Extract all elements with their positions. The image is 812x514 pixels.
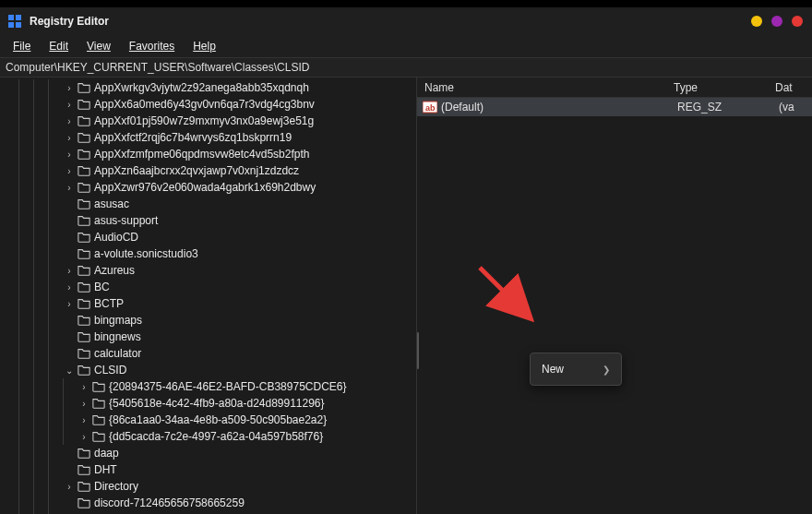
tree-row[interactable]: ›AppXzwr976v2e060wada4gabrk1x69h2dbwy bbox=[0, 179, 416, 196]
tree-row[interactable]: ›{86ca1aa0-34aa-4e8b-a509-50c905bae2a2} bbox=[0, 412, 416, 428]
address-bar[interactable]: Computer\HKEY_CURRENT_USER\Software\Clas… bbox=[0, 57, 812, 78]
column-header-type[interactable]: Type bbox=[674, 81, 775, 94]
tree-row[interactable]: ›{dd5cacda-7c2e-4997-a62a-04a597b58f76} bbox=[0, 428, 416, 445]
expand-toggle-icon[interactable]: › bbox=[63, 116, 76, 126]
values-body[interactable]: ab (Default) REG_SZ (va New ❯ bbox=[417, 98, 812, 514]
window-title: Registry Editor bbox=[30, 15, 109, 28]
expand-toggle-icon[interactable]: • bbox=[63, 199, 76, 209]
tree-row-label: BC bbox=[94, 281, 110, 293]
tree-row[interactable]: •bingmaps bbox=[0, 312, 416, 329]
tree-row-label: asusac bbox=[94, 197, 129, 210]
menu-help[interactable]: Help bbox=[185, 38, 223, 54]
tree-row[interactable]: •bingnews bbox=[0, 329, 416, 345]
expand-toggle-icon[interactable]: • bbox=[63, 448, 76, 459]
address-bar-text: Computer\HKEY_CURRENT_USER\Software\Clas… bbox=[6, 61, 309, 74]
expand-toggle-icon[interactable]: • bbox=[63, 465, 76, 475]
tree-row[interactable]: •calculator bbox=[0, 345, 416, 362]
window-titlebar: Registry Editor bbox=[0, 7, 812, 35]
tree-row[interactable]: •a-volute.sonicstudio3 bbox=[0, 245, 416, 262]
window-close-icon[interactable] bbox=[792, 16, 803, 27]
tree-row-label: discord-712465656758665259 bbox=[94, 496, 245, 509]
expand-toggle-icon[interactable]: › bbox=[78, 415, 90, 425]
tree-row[interactable]: ›AppXxfzmfpme06qpdmsvw8etc4vd5sb2fpth bbox=[0, 146, 416, 162]
window-maximize-icon[interactable] bbox=[771, 16, 782, 27]
tree-row[interactable]: •asusac bbox=[0, 196, 416, 212]
tree-row-label: a-volute.sonicstudio3 bbox=[94, 247, 198, 260]
tree-row[interactable]: ›BCTP bbox=[0, 295, 416, 312]
tree-row[interactable]: •DHT bbox=[0, 461, 416, 478]
folder-icon bbox=[78, 496, 90, 509]
expand-toggle-icon[interactable]: • bbox=[63, 233, 76, 243]
folder-icon bbox=[92, 397, 105, 410]
context-menu-item-label: New bbox=[542, 363, 564, 376]
tree-row[interactable]: •discord-712465656758665259 bbox=[0, 495, 416, 511]
folder-icon bbox=[92, 380, 105, 393]
folder-icon bbox=[78, 264, 90, 277]
tree-row[interactable]: ›AppXwrkgv3vjytw2z92anega8abb35xqdnqh bbox=[0, 79, 416, 96]
expand-toggle-icon[interactable]: › bbox=[63, 100, 76, 110]
expand-toggle-icon[interactable]: › bbox=[78, 382, 90, 392]
context-menu-item-new[interactable]: New ❯ bbox=[531, 359, 621, 379]
tree-row-label: Azureus bbox=[94, 264, 135, 277]
expand-toggle-icon[interactable]: › bbox=[63, 282, 76, 293]
expand-toggle-icon[interactable]: • bbox=[63, 216, 76, 226]
tree-row[interactable]: ›AppXxf01pj590w7z9mxmyv3nx0a9ewj3e51g bbox=[0, 113, 416, 129]
tree-row[interactable]: ›Azureus bbox=[0, 262, 416, 279]
expand-toggle-icon[interactable]: › bbox=[63, 482, 76, 492]
tree-row[interactable]: ›AppXxfctf2rqj6c7b4wrvys6zq1bskprrn19 bbox=[0, 129, 416, 146]
menu-favorites[interactable]: Favorites bbox=[122, 38, 182, 54]
expand-toggle-icon[interactable]: › bbox=[63, 299, 76, 309]
value-row-default[interactable]: ab (Default) REG_SZ (va bbox=[417, 98, 812, 116]
tree-row-label: Directory bbox=[94, 480, 138, 493]
expand-toggle-icon[interactable]: › bbox=[63, 149, 76, 160]
expand-toggle-icon[interactable]: › bbox=[63, 266, 76, 276]
svg-text:ab: ab bbox=[425, 103, 436, 113]
column-header-data[interactable]: Dat bbox=[775, 81, 812, 94]
expand-toggle-icon[interactable]: › bbox=[63, 83, 76, 93]
tree-row[interactable]: ⌄CLSID bbox=[0, 362, 416, 378]
expand-toggle-icon[interactable]: • bbox=[63, 249, 76, 259]
svg-rect-2 bbox=[8, 22, 14, 28]
tree-row[interactable]: •daap bbox=[0, 445, 416, 461]
tree-row-label: AppXxfzmfpme06qpdmsvw8etc4vd5sb2fpth bbox=[94, 148, 309, 161]
tree-row[interactable]: ›BC bbox=[0, 279, 416, 295]
values-header: Name Type Dat bbox=[417, 78, 812, 98]
expand-toggle-icon[interactable]: ⌄ bbox=[63, 365, 76, 376]
column-header-name[interactable]: Name bbox=[417, 81, 674, 94]
tree-row[interactable]: •AudioCD bbox=[0, 229, 416, 245]
values-panel: Name Type Dat ab (Default) REG_SZ (va bbox=[417, 78, 812, 514]
folder-icon bbox=[92, 430, 105, 443]
expand-toggle-icon[interactable]: › bbox=[63, 133, 76, 143]
tree-row[interactable]: ›AppXzn6aajbcrxx2qvxjawp7v0xnj1zdzdcz bbox=[0, 162, 416, 179]
tree-row[interactable]: ›Directory bbox=[0, 478, 416, 495]
tree-row-label: AppXx6a0med6y43gv0vn6qa7r3vdg4cg3bnv bbox=[94, 98, 315, 111]
value-name: (Default) bbox=[441, 101, 677, 114]
tree-row-label: DHT bbox=[94, 463, 117, 476]
menu-edit[interactable]: Edit bbox=[42, 38, 76, 54]
tree-row[interactable]: ›AppXx6a0med6y43gv0vn6qa7r3vdg4cg3bnv bbox=[0, 96, 416, 113]
folder-icon bbox=[78, 297, 90, 310]
expand-toggle-icon[interactable]: • bbox=[63, 316, 76, 326]
tree-row[interactable]: •asus-support bbox=[0, 212, 416, 229]
menubar: File Edit View Favorites Help bbox=[0, 35, 812, 57]
menu-file[interactable]: File bbox=[6, 38, 38, 54]
tree-row[interactable]: ›{5405618e-4c42-4fb9-a80a-d24d89911296} bbox=[0, 395, 416, 412]
window-controls bbox=[751, 16, 803, 27]
expand-toggle-icon[interactable]: › bbox=[63, 183, 76, 193]
expand-toggle-icon[interactable]: • bbox=[63, 349, 76, 359]
folder-icon bbox=[78, 463, 90, 476]
folder-icon bbox=[78, 214, 90, 227]
expand-toggle-icon[interactable]: • bbox=[63, 498, 76, 508]
tree-row[interactable]: ›{20894375-46AE-46E2-BAFD-CB38975CDCE6} bbox=[0, 378, 416, 395]
tree-scrollbar[interactable] bbox=[417, 332, 419, 369]
window-minimize-icon[interactable] bbox=[751, 16, 762, 27]
svg-rect-1 bbox=[16, 15, 21, 20]
tree-row-label: daap bbox=[94, 447, 119, 460]
registry-tree[interactable]: ›AppXwrkgv3vjytw2z92anega8abb35xqdnqh›Ap… bbox=[0, 78, 417, 514]
expand-toggle-icon[interactable]: › bbox=[63, 166, 76, 176]
expand-toggle-icon[interactable]: • bbox=[63, 332, 76, 342]
menu-view[interactable]: View bbox=[79, 38, 118, 54]
expand-toggle-icon[interactable]: › bbox=[78, 399, 90, 409]
expand-toggle-icon[interactable]: › bbox=[78, 432, 90, 442]
tree-row-label: AppXxf01pj590w7z9mxmyv3nx0a9ewj3e51g bbox=[94, 114, 314, 127]
